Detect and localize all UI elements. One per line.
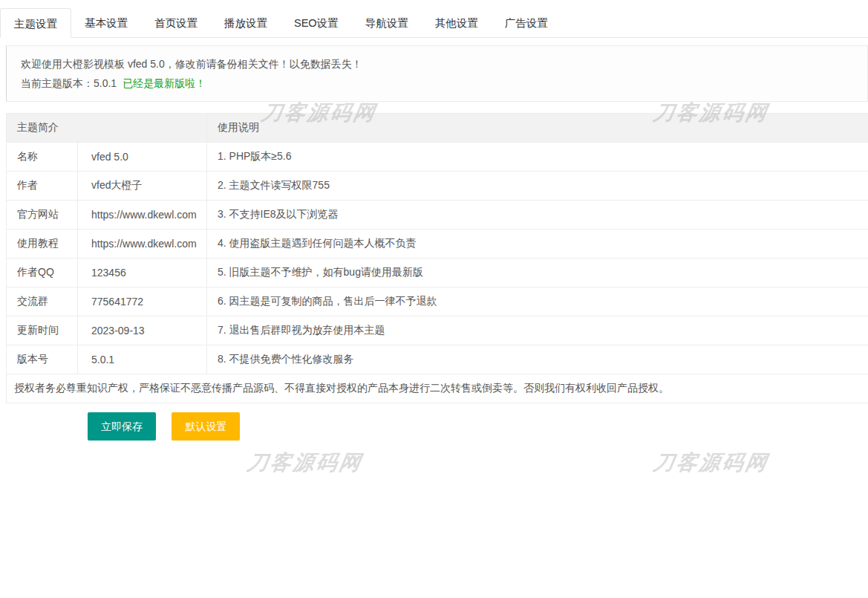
tab-theme-settings[interactable]: 主题设置 — [0, 8, 71, 38]
row-usage: 6. 因主题是可复制的商品，售出后一律不予退款 — [207, 287, 868, 316]
table-row: 版本号 5.0.1 8. 不提供免费个性化修改服务 — [7, 345, 868, 374]
row-value: vfed 5.0 — [78, 143, 207, 172]
table-row: 使用教程 https://www.dkewl.com 4. 使用盗版主题遇到任何… — [7, 230, 868, 259]
tab-other-settings[interactable]: 其他设置 — [422, 8, 492, 38]
row-label: 作者 — [7, 172, 78, 201]
tab-basic-settings[interactable]: 基本设置 — [71, 8, 141, 38]
row-value: 5.0.1 — [78, 345, 207, 374]
row-usage: 4. 使用盗版主题遇到任何问题本人概不负责 — [207, 230, 868, 259]
table-row: 名称 vfed 5.0 1. PHP版本≥5.6 — [7, 143, 868, 172]
row-value: 123456 — [78, 259, 207, 287]
tab-seo-settings[interactable]: SEO设置 — [281, 8, 352, 38]
row-label: 交流群 — [7, 287, 78, 316]
table-footer-row: 授权者务必尊重知识产权，严格保证不恶意传播产品源码、不得直接对授权的产品本身进行… — [7, 374, 868, 403]
tab-ad-settings[interactable]: 广告设置 — [492, 8, 561, 38]
row-usage: 8. 不提供免费个性化修改服务 — [207, 345, 868, 374]
row-usage: 1. PHP版本≥5.6 — [207, 143, 868, 172]
tab-home-settings[interactable]: 首页设置 — [141, 8, 211, 38]
header-theme-intro: 主题简介 — [7, 114, 207, 143]
row-label: 作者QQ — [7, 259, 78, 287]
tab-nav-settings[interactable]: 导航设置 — [352, 8, 422, 38]
row-value: 2023-09-13 — [78, 316, 207, 345]
welcome-notice: 欢迎使用大橙影视模板 vfed 5.0，修改前请备份相关文件！以免数据丢失！ 当… — [6, 45, 868, 102]
save-button[interactable]: 立即保存 — [88, 412, 156, 441]
row-label: 官方网站 — [7, 201, 78, 230]
latest-version-badge: 已经是最新版啦！ — [123, 77, 206, 89]
current-version-text: 当前主题版本：5.0.1 — [21, 77, 117, 89]
row-label: 名称 — [7, 143, 78, 172]
notice-line-backup: 欢迎使用大橙影视模板 vfed 5.0，修改前请备份相关文件！以免数据丢失！ — [21, 54, 867, 74]
row-value: vfed大橙子 — [78, 172, 207, 201]
table-row: 作者QQ 123456 5. 旧版主题不予维护，如有bug请使用最新版 — [7, 259, 868, 287]
row-value: https://www.dkewl.com — [78, 230, 207, 259]
table-row: 官方网站 https://www.dkewl.com 3. 不支持IE8及以下浏… — [7, 201, 868, 230]
theme-info-table: 主题简介 使用说明 名称 vfed 5.0 1. PHP版本≥5.6 作者 vf… — [6, 113, 868, 403]
tab-play-settings[interactable]: 播放设置 — [211, 8, 281, 38]
table-row: 作者 vfed大橙子 2. 主题文件读写权限755 — [7, 172, 868, 201]
row-usage: 5. 旧版主题不予维护，如有bug请使用最新版 — [207, 259, 868, 287]
row-usage: 2. 主题文件读写权限755 — [207, 172, 868, 201]
row-usage: 7. 退出售后群即视为放弃使用本主题 — [207, 316, 868, 345]
table-header-row: 主题简介 使用说明 — [7, 114, 868, 143]
row-value: 775641772 — [78, 287, 207, 316]
row-label: 更新时间 — [7, 316, 78, 345]
form-actions: 立即保存 默认设置 — [88, 412, 868, 441]
header-usage-notes: 使用说明 — [207, 114, 868, 143]
row-value: https://www.dkewl.com — [78, 201, 207, 230]
default-settings-button[interactable]: 默认设置 — [172, 412, 240, 441]
notice-line-version: 当前主题版本：5.0.1已经是最新版啦！ — [21, 74, 867, 93]
tab-list: 主题设置 基本设置 首页设置 播放设置 SEO设置 导航设置 其他设置 广告设置 — [0, 8, 868, 38]
row-label: 使用教程 — [7, 230, 78, 259]
site-watermark: 刀客源码网 — [245, 449, 365, 477]
table-row: 交流群 775641772 6. 因主题是可复制的商品，售出后一律不予退款 — [7, 287, 868, 316]
row-usage: 3. 不支持IE8及以下浏览器 — [207, 201, 868, 230]
site-watermark: 刀客源码网 — [651, 449, 771, 477]
table-row: 更新时间 2023-09-13 7. 退出售后群即视为放弃使用本主题 — [7, 316, 868, 345]
row-label: 版本号 — [7, 345, 78, 374]
copyright-notice: 授权者务必尊重知识产权，严格保证不恶意传播产品源码、不得直接对授权的产品本身进行… — [7, 374, 868, 403]
settings-tab-bar: 主题设置 基本设置 首页设置 播放设置 SEO设置 导航设置 其他设置 广告设置 — [0, 8, 868, 38]
